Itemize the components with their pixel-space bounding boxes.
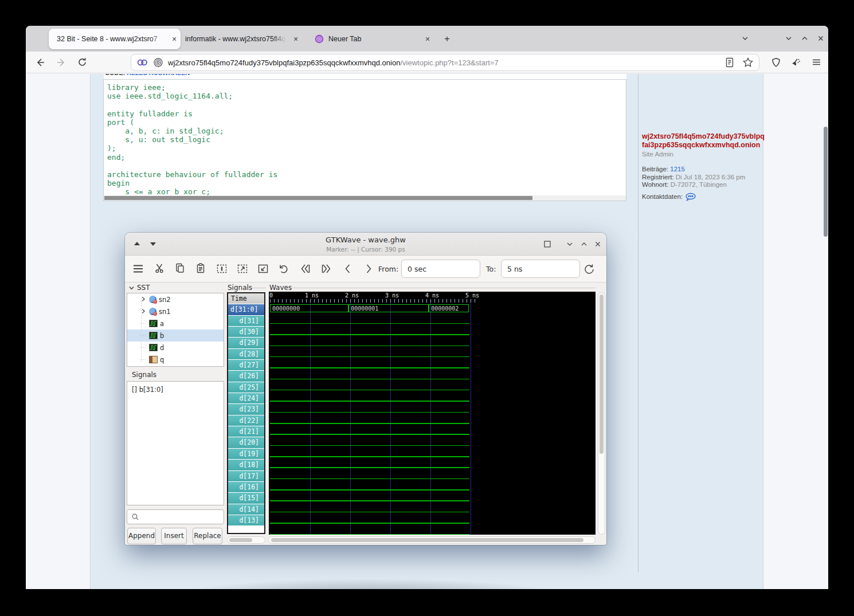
zoom-out-icon[interactable] [236,262,250,276]
registered-value: Di Jul 18, 2023 6:36 pm [676,174,745,181]
signal-label[interactable]: d[13] [228,515,264,525]
select-all-link[interactable]: ALLES AUSWÄHLEN [127,74,190,76]
signal-label[interactable]: d[26] [228,371,264,381]
author-username[interactable]: wj2xtsro75fl4q5mo724fudy375vblpqfai3pzp6… [642,132,765,150]
sst-tree-item-a[interactable]: a [127,317,224,329]
signal-label[interactable]: d[23] [228,404,264,414]
gtkwave-minimize-icon[interactable] [563,238,576,250]
undo-icon[interactable] [277,262,291,276]
waves-vertical-scrollbar[interactable] [598,292,605,535]
signal-label[interactable]: d[25] [228,382,264,393]
skip-to-start-icon[interactable] [299,262,313,276]
signal-label[interactable]: d[29] [228,338,264,348]
sst-signals-list[interactable]: [] b[31:0] [127,381,224,505]
tor-circuit-icon[interactable] [136,56,148,69]
new-tab-button[interactable]: + [440,32,455,46]
location-value: D-72072, Tübingen [671,181,727,188]
signal-label[interactable]: d[31] [228,316,264,326]
cut-icon[interactable] [154,262,167,276]
code-scrollbar-thumb[interactable] [104,196,532,200]
window-maximize-icon[interactable] [798,33,811,45]
tab-informatik[interactable]: informatik - www.wj2xtsro75fl4q × [182,29,302,49]
signal-label[interactable]: d[21] [228,426,264,437]
menu-icon[interactable] [132,262,146,276]
forward-icon[interactable] [54,55,69,70]
step-right-icon[interactable] [362,262,376,276]
signal-label[interactable]: d[22] [228,415,264,426]
signals-horizontal-scrollbar[interactable] [227,536,265,544]
waves-horizontal-scrollbar[interactable] [268,536,596,544]
menu-hamburger-icon[interactable] [809,55,824,70]
signal-label[interactable]: d[18] [228,460,264,470]
signal-label[interactable]: d[24] [228,393,264,403]
from-time-input[interactable] [401,260,480,278]
shield-icon[interactable] [769,55,784,70]
bit-zero-line [270,401,469,402]
private-message-icon[interactable] [685,193,696,201]
tab-close-icon[interactable]: × [168,34,181,44]
list-item[interactable]: [] b[31:0] [127,382,224,394]
tab-close-icon[interactable]: × [289,34,302,44]
sst-tree-item-sn2[interactable]: sn2 [127,293,224,305]
signal-label[interactable]: d[28] [228,349,264,359]
sst-expander-icon[interactable] [128,285,135,291]
signal-label[interactable]: d[14] [228,504,264,515]
copy-icon[interactable] [174,262,188,276]
signal-search-input[interactable] [127,509,224,524]
reload-waves-icon[interactable] [582,262,596,276]
page-scrollbar-thumb[interactable] [824,127,828,237]
tab-new-tab[interactable]: Neuer Tab × [309,29,434,49]
sst-tree-item-b[interactable]: b [127,329,224,342]
signal-label[interactable]: d[30] [228,327,264,337]
signal-label[interactable]: d[16] [228,482,264,492]
sst-tree-item-sn1[interactable]: sn1 [127,305,224,317]
posts-count-link[interactable]: 1215 [670,166,685,172]
signal-label[interactable]: d[15] [228,493,264,503]
new-identity-broom-icon[interactable] [788,55,803,70]
tab-close-icon[interactable]: × [421,34,434,44]
signal-name-column[interactable]: Timed[31:0]d[31]d[30]d[29]d[28]d[27]d[26… [227,292,265,534]
reload-icon[interactable] [75,55,89,70]
tab-forum-32bit[interactable]: 32 Bit - Seite 8 - www.wj2xtsro7 × [49,29,181,49]
to-time-input[interactable] [501,260,580,278]
signal-label[interactable]: d[27] [228,360,264,370]
signal-label[interactable]: d[20] [228,437,264,448]
code-line: library ieee; [104,83,626,92]
list-tabs-chevron-icon[interactable] [739,33,751,45]
append-button[interactable]: Append [127,528,156,544]
sst-tree[interactable]: sn2sn1abdq [127,293,224,367]
step-left-icon[interactable] [342,262,355,276]
code-horizontal-scrollbar[interactable] [104,195,626,201]
insert-button[interactable]: Insert [161,528,187,544]
url-bar[interactable]: wj2xtsro75fl4q5mo724fudy375vblpqfai3pzp6… [131,54,759,71]
scrollbar-thumb[interactable] [600,295,604,454]
wave-canvas[interactable]: 01 ns2 ns3 ns4 ns5 ns0000000000000001000… [269,292,596,535]
signal-label[interactable]: d[19] [228,449,264,459]
scrollbar-thumb[interactable] [229,538,252,542]
sst-header[interactable]: SST [128,284,150,292]
window-minimize-icon[interactable] [782,33,795,45]
gtkwave-maximize-icon[interactable] [578,238,590,250]
expander-chevron-icon[interactable] [140,296,148,304]
gtkwave-titlebar[interactable]: GTKWave - wave.ghw Marker: -- | Cursor: … [125,233,606,256]
sst-tree-item-d[interactable]: d [127,342,224,354]
signal-label[interactable]: d[17] [228,471,264,481]
replace-button[interactable]: Replace [193,528,222,544]
scrollbar-thumb[interactable] [271,538,583,542]
paste-icon[interactable] [195,262,209,276]
zoom-in-icon[interactable] [257,262,271,276]
zoom-fit-icon[interactable] [216,262,229,276]
onion-site-icon[interactable] [152,56,164,69]
fit-window-icon[interactable] [541,238,554,250]
gtkwave-close-icon[interactable] [591,238,604,250]
back-icon[interactable] [33,55,48,70]
code-block[interactable]: library ieee;use ieee.std_logic_1164.all… [103,79,626,201]
reader-mode-icon[interactable] [723,56,736,69]
skip-to-end-icon[interactable] [320,262,334,276]
window-close-icon[interactable] [814,33,827,45]
expander-chevron-icon[interactable] [140,308,148,316]
sst-tree-item-q[interactable]: q [127,354,224,366]
signal-label-bus[interactable]: d[31:0] [228,304,264,315]
bit-zero-line [270,379,469,380]
bookmark-star-icon[interactable] [742,56,754,69]
